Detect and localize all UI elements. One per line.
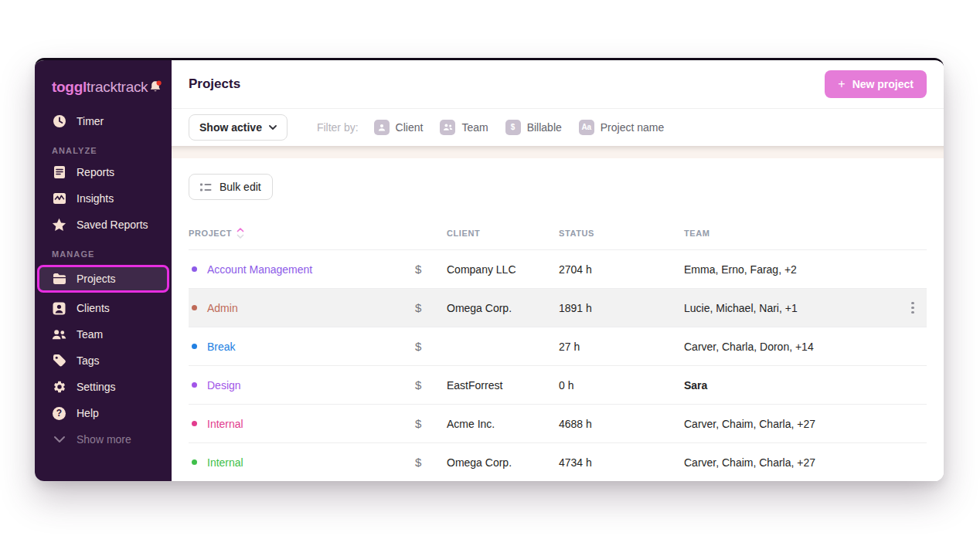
sidebar-item-label: Team bbox=[77, 328, 103, 341]
team-cell: Carver, Chaim, Charla, +27 bbox=[684, 456, 899, 469]
filter-chip-label: Project name bbox=[601, 121, 664, 134]
main-area: Projects + New project Show active Filte… bbox=[172, 60, 944, 481]
show-active-dropdown[interactable]: Show active bbox=[189, 114, 288, 141]
person-icon bbox=[52, 301, 66, 316]
project-cell: Internal bbox=[189, 418, 415, 430]
table-row[interactable]: Admin $ Omega Corp. 1891 h Lucie, Michae… bbox=[189, 288, 927, 327]
billable-indicator-icon: $ bbox=[415, 263, 447, 276]
filter-chip-client[interactable]: Client bbox=[374, 120, 424, 135]
filter-chips: Client Team $ Billable Aa Project name bbox=[374, 120, 665, 135]
project-name-link[interactable]: Internal bbox=[207, 456, 243, 469]
column-spacer bbox=[415, 228, 447, 239]
sidebar-item-help[interactable]: ? Help bbox=[35, 400, 172, 426]
reports-icon bbox=[52, 165, 66, 180]
column-header-project[interactable]: PROJECT bbox=[189, 228, 415, 239]
status-cell: 4734 h bbox=[559, 456, 684, 469]
bulk-list-icon bbox=[200, 182, 212, 192]
sidebar-item-team[interactable]: Team bbox=[35, 321, 172, 347]
team-cell: Emma, Erno, Farag, +2 bbox=[684, 263, 899, 276]
sidebar-item-clients[interactable]: Clients bbox=[35, 295, 172, 321]
project-color-dot bbox=[192, 459, 197, 465]
table-row[interactable]: Internal $ Omega Corp. 4734 h Carver, Ch… bbox=[189, 442, 927, 481]
sidebar-item-saved-reports[interactable]: Saved Reports bbox=[35, 212, 172, 238]
project-name-link[interactable]: Design bbox=[207, 379, 241, 392]
sidebar-item-projects[interactable]: Projects bbox=[39, 267, 167, 290]
plus-icon: + bbox=[838, 78, 845, 90]
status-cell: 2704 h bbox=[559, 263, 684, 276]
sidebar-item-label: Help bbox=[77, 407, 99, 419]
tag-icon bbox=[52, 354, 66, 368]
projects-highlight-ring: Projects bbox=[37, 265, 169, 293]
gear-icon bbox=[52, 380, 66, 395]
billable-indicator-icon: $ bbox=[415, 456, 447, 469]
project-cell: Design bbox=[189, 379, 415, 392]
sidebar-item-label: Saved Reports bbox=[77, 219, 148, 231]
folder-icon bbox=[52, 272, 66, 286]
status-cell: 1891 h bbox=[559, 302, 684, 314]
billable-indicator-icon: $ bbox=[415, 301, 447, 314]
bulk-edit-label: Bulk edit bbox=[219, 181, 261, 193]
status-cell: 27 h bbox=[559, 341, 684, 353]
column-spacer bbox=[899, 228, 927, 239]
filter-chip-label: Billable bbox=[527, 121, 562, 134]
insights-icon bbox=[52, 192, 66, 206]
sidebar-item-label: Settings bbox=[77, 381, 116, 393]
column-header-client[interactable]: CLIENT bbox=[447, 228, 559, 239]
team-cell: Lucie, Michael, Nari, +1 bbox=[684, 302, 899, 314]
logo-track: track bbox=[87, 79, 117, 95]
project-cell: Internal bbox=[189, 456, 415, 469]
team-cell: Carver, Chaim, Charla, +27 bbox=[684, 418, 899, 430]
column-header-team[interactable]: TEAM bbox=[684, 228, 899, 239]
team-cell: Carver, Charla, Doron, +14 bbox=[684, 341, 899, 353]
app-window: toggltracktrack Timer ANALYZE Reports bbox=[35, 58, 944, 481]
project-cell: Admin bbox=[189, 302, 415, 314]
bulk-edit-button[interactable]: Bulk edit bbox=[189, 174, 273, 200]
notification-bell-icon[interactable] bbox=[148, 80, 163, 95]
client-cell: Company LLC bbox=[447, 263, 559, 276]
column-label: PROJECT bbox=[189, 229, 232, 238]
project-name-link[interactable]: Account Management bbox=[207, 263, 312, 276]
sidebar-item-label: Clients bbox=[77, 302, 110, 314]
sidebar-item-insights[interactable]: Insights bbox=[35, 185, 172, 212]
sidebar-item-reports[interactable]: Reports bbox=[35, 159, 172, 185]
new-project-button[interactable]: + New project bbox=[825, 70, 927, 98]
sidebar-item-label: Tags bbox=[77, 354, 100, 367]
project-color-dot bbox=[192, 266, 197, 272]
project-name-link[interactable]: Internal bbox=[207, 418, 243, 430]
project-name-link[interactable]: Break bbox=[207, 341, 236, 353]
billable-indicator-icon: $ bbox=[415, 417, 447, 430]
project-color-dot bbox=[192, 382, 197, 388]
show-more-label: Show more bbox=[77, 433, 131, 446]
projects-content: Bulk edit PROJECT CLIENT STATUS TEAM Acc… bbox=[172, 158, 944, 481]
project-name-link[interactable]: Admin bbox=[207, 302, 238, 314]
table-row[interactable]: Break $ 27 h Carver, Charla, Doron, +14 bbox=[189, 327, 927, 365]
table-row[interactable]: Design $ EastForrest 0 h Sara bbox=[189, 365, 927, 404]
sidebar-show-more[interactable]: Show more bbox=[35, 426, 172, 453]
logo-toggl: toggl bbox=[52, 79, 87, 95]
project-cell: Break bbox=[189, 341, 415, 353]
table-row[interactable]: Account Management $ Company LLC 2704 h … bbox=[189, 249, 927, 288]
help-icon: ? bbox=[52, 406, 66, 421]
filter-chip-team[interactable]: Team bbox=[440, 120, 488, 135]
toggl-track-logo[interactable]: toggltracktrack bbox=[52, 79, 148, 96]
client-cell: Omega Corp. bbox=[447, 302, 559, 314]
filter-chip-project-name[interactable]: Aa Project name bbox=[579, 120, 664, 135]
billable-indicator-icon: $ bbox=[415, 340, 447, 353]
sidebar-item-tags[interactable]: Tags bbox=[35, 347, 172, 374]
project-color-dot bbox=[192, 421, 197, 426]
client-cell: EastForrest bbox=[447, 379, 559, 392]
content-top-band bbox=[172, 146, 944, 158]
sidebar-item-settings[interactable]: Settings bbox=[35, 374, 172, 400]
chevron-down-icon bbox=[52, 432, 66, 447]
filter-chip-label: Team bbox=[461, 121, 488, 134]
table-row[interactable]: Internal $ Acme Inc. 4688 h Carver, Chai… bbox=[189, 404, 927, 442]
filter-chip-billable[interactable]: $ Billable bbox=[505, 120, 562, 135]
filter-chip-label: Client bbox=[396, 121, 424, 134]
client-cell: Acme Inc. bbox=[447, 418, 559, 430]
column-header-status[interactable]: STATUS bbox=[559, 228, 684, 239]
page-header: Projects + New project bbox=[172, 60, 944, 108]
chevron-down-icon bbox=[269, 125, 277, 130]
row-menu-kebab-icon[interactable] bbox=[899, 302, 927, 314]
client-person-icon bbox=[374, 120, 390, 135]
sidebar-item-timer[interactable]: Timer bbox=[35, 108, 172, 134]
